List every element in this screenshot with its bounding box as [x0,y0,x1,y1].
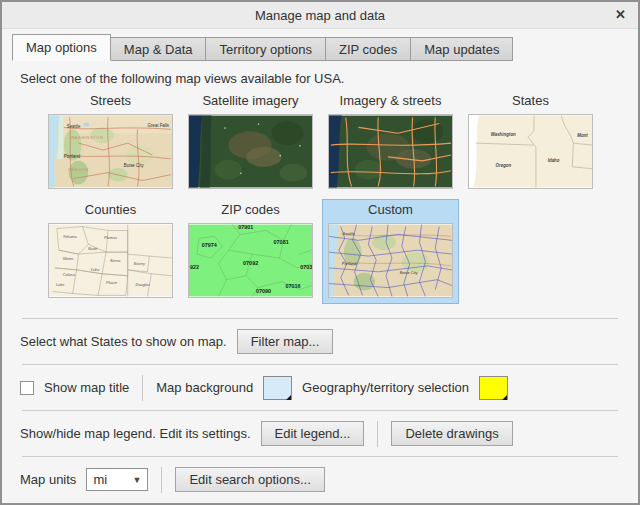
svg-text:Yuba: Yuba [90,267,100,272]
svg-text:0703: 0703 [300,264,312,270]
map-background-color-picker[interactable] [263,376,292,400]
custom-thumbnail: Seattle Portland Boise City [328,223,453,298]
chevron-down-icon: ▼ [132,475,141,485]
counties-thumbnail: Tehama Plumas Glenn Butte Sierra Colusa … [48,223,173,298]
svg-text:Mont: Mont [577,133,588,138]
svg-text:Tehama: Tehama [63,234,78,239]
svg-text:Colusa: Colusa [63,272,76,277]
filter-map-button[interactable]: Filter map... [237,329,334,354]
tab-map-updates[interactable]: Map updates [410,37,513,61]
svg-text:Sierra: Sierra [110,258,121,263]
map-view-tile-counties[interactable]: Counties [48,202,173,298]
svg-text:07092: 07092 [243,260,258,266]
vertical-separator [161,467,162,493]
tile-label-custom: Custom [328,202,453,219]
imagery-streets-thumbnail [328,114,453,189]
map-units-section: Map units mi ▼ Edit search options... [2,457,638,502]
edit-search-options-button[interactable]: Edit search options... [175,467,324,492]
svg-text:07974: 07974 [202,242,217,248]
filter-section: Select what States to show on map. Filte… [2,319,638,364]
svg-text:07090: 07090 [256,288,271,294]
geography-color-picker[interactable] [479,376,508,400]
manage-map-dialog: Manage map and data ✕ Map options Map & … [0,0,640,505]
svg-text:Lake: Lake [56,282,65,287]
show-map-title-label: Show map title [44,380,129,395]
tile-label-satellite: Satellite imagery [188,93,313,110]
tab-zip-codes[interactable]: ZIP codes [325,37,411,61]
dialog-title: Manage map and data [255,8,385,23]
svg-text:Great Falls: Great Falls [147,123,169,128]
svg-text:Storey: Storey [134,261,146,266]
tile-label-streets: Streets [48,93,173,110]
display-options-section: Show map title Map background Geography/… [2,365,638,410]
vertical-separator [142,375,143,401]
satellite-thumbnail [188,114,313,189]
svg-text:Portland: Portland [342,261,357,266]
zip-codes-thumbnail: 07901 07974 07081 07092 922 0703 07090 0… [188,223,313,298]
svg-text:07016: 07016 [285,283,300,289]
map-background-label: Map background [156,380,253,395]
map-view-tile-streets[interactable]: Streets [48,93,173,189]
tab-map-options[interactable]: Map options [12,34,111,61]
svg-text:OREGON: OREGON [68,167,89,172]
map-view-tile-custom[interactable]: Custom [322,199,459,304]
tile-label-imagery-streets: Imagery & streets [328,93,453,110]
svg-text:Boise City: Boise City [400,270,418,275]
dropdown-corner-icon [286,395,291,400]
tile-label-counties: Counties [48,202,173,219]
svg-text:Placer: Placer [106,280,118,285]
streets-thumbnail: Seattle WASHINGTON Portland OREGON Boise… [48,114,173,189]
map-view-tile-satellite[interactable]: Satellite imagery [188,93,313,189]
tab-map-and-data[interactable]: Map & Data [110,37,207,61]
svg-text:WASHINGTON: WASHINGTON [71,135,104,140]
close-icon[interactable]: ✕ [615,6,626,24]
svg-text:Portland: Portland [64,154,81,159]
dropdown-corner-icon [502,395,507,400]
svg-text:Oregon: Oregon [496,163,512,168]
map-view-tile-states[interactable]: States Washington Oregon Idaho [468,93,593,189]
svg-text:Washington: Washington [491,132,516,137]
svg-text:Plumas: Plumas [104,235,117,240]
tile-label-zip-codes: ZIP codes [188,202,313,219]
map-view-tile-zip-codes[interactable]: ZIP codes [188,202,313,298]
map-units-label: Map units [20,472,76,487]
svg-text:Idaho: Idaho [548,158,560,163]
tab-territory-options[interactable]: Territory options [205,37,325,61]
svg-text:Seattle: Seattle [67,124,81,129]
tab-bar: Map options Map & Data Territory options… [2,34,638,61]
delete-drawings-button[interactable]: Delete drawings [391,421,512,446]
edit-legend-button[interactable]: Edit legend... [261,421,365,446]
map-units-select[interactable]: mi ▼ [86,468,148,491]
svg-text:07901: 07901 [238,224,253,230]
tile-label-states: States [468,93,593,110]
map-view-row-1: Streets [48,93,638,189]
geography-selection-label: Geography/territory selection [302,380,469,395]
map-units-value: mi [93,472,132,487]
map-view-row-2: Counties [48,202,638,304]
filter-section-text: Select what States to show on map. [20,334,227,349]
legend-section: Show/hide map legend. Edit its settings.… [2,411,638,456]
legend-section-text: Show/hide map legend. Edit its settings. [20,426,251,441]
svg-text:07081: 07081 [274,239,289,245]
vertical-separator [377,421,378,447]
show-map-title-checkbox[interactable] [20,381,34,395]
svg-text:Seattle: Seattle [343,231,355,236]
svg-text:Douglas: Douglas [136,282,150,287]
svg-text:Butte: Butte [88,246,98,251]
map-view-tile-imagery-streets[interactable]: Imagery & streets [328,93,453,189]
svg-text:Boise City: Boise City [124,163,145,168]
svg-text:922: 922 [190,264,199,270]
intro-text: Select one of the following map views av… [2,61,638,86]
dialog-titlebar: Manage map and data ✕ [2,2,638,29]
states-thumbnail: Washington Oregon Idaho Mont [468,114,593,189]
svg-text:Glenn: Glenn [63,256,73,261]
